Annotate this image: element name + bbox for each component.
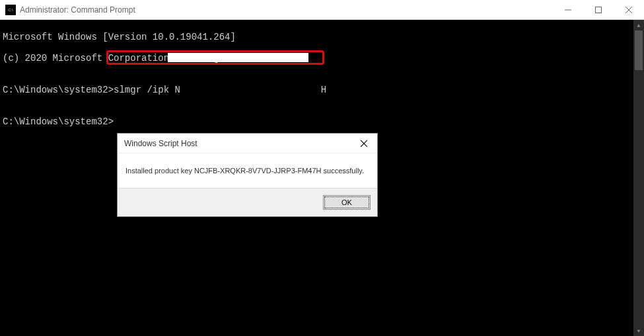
window-title: Administrator: Command Prompt (20, 5, 553, 15)
dialog-titlebar[interactable]: Windows Script Host (118, 134, 377, 153)
titlebar: Administrator: Command Prompt (0, 0, 644, 20)
window-controls (553, 0, 644, 19)
prompt-2: C:\Windows\system32> (3, 116, 114, 127)
dialog-title: Windows Script Host (124, 139, 351, 148)
redaction-overlay (168, 53, 308, 62)
command-line-1: C:\Windows\system32>slmgr /ipk NH (3, 85, 631, 95)
close-button[interactable] (614, 0, 644, 20)
command-line-2: C:\Windows\system32> (3, 116, 631, 127)
dialog-close-button[interactable] (351, 134, 377, 153)
command-text: slmgr /ipk N (114, 85, 180, 95)
copyright-line: (c) 2020 Microsoft Corporation. All righ… (3, 53, 631, 63)
version-line: Microsoft Windows [Version 10.0.19041.26… (3, 32, 631, 42)
cmd-icon (5, 5, 16, 15)
dialog-footer: OK (118, 188, 377, 216)
ok-button[interactable]: OK (323, 195, 371, 210)
scrollbar[interactable]: ▲ ▼ (633, 20, 644, 336)
command-text-tail: H (321, 85, 326, 95)
maximize-button[interactable] (583, 0, 614, 20)
scroll-thumb[interactable] (635, 30, 643, 70)
svg-rect-0 (596, 7, 602, 13)
scroll-down-icon[interactable]: ▼ (633, 325, 644, 336)
minimize-button[interactable] (553, 0, 583, 20)
dialog-message: Installed product key NCJFB-XRQKR-8V7VD-… (118, 153, 377, 188)
scroll-up-icon[interactable]: ▲ (633, 20, 644, 30)
script-host-dialog: Windows Script Host Installed product ke… (117, 133, 378, 217)
prompt-1: C:\Windows\system32> (3, 85, 114, 95)
